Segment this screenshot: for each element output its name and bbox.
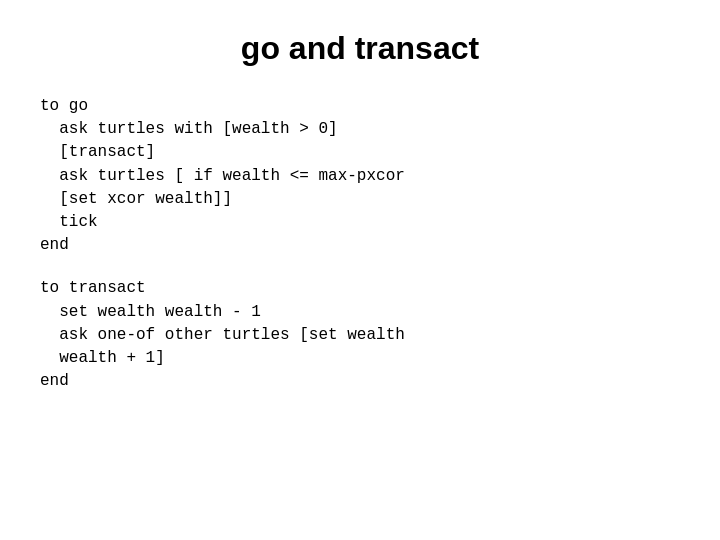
code-block-1: to go ask turtles with [wealth > 0] [tra… [40, 95, 680, 257]
code-block-2: to transact set wealth wealth - 1 ask on… [40, 277, 680, 393]
page-title: go and transact [241, 30, 479, 67]
page-container: go and transact to go ask turtles with [… [0, 0, 720, 540]
